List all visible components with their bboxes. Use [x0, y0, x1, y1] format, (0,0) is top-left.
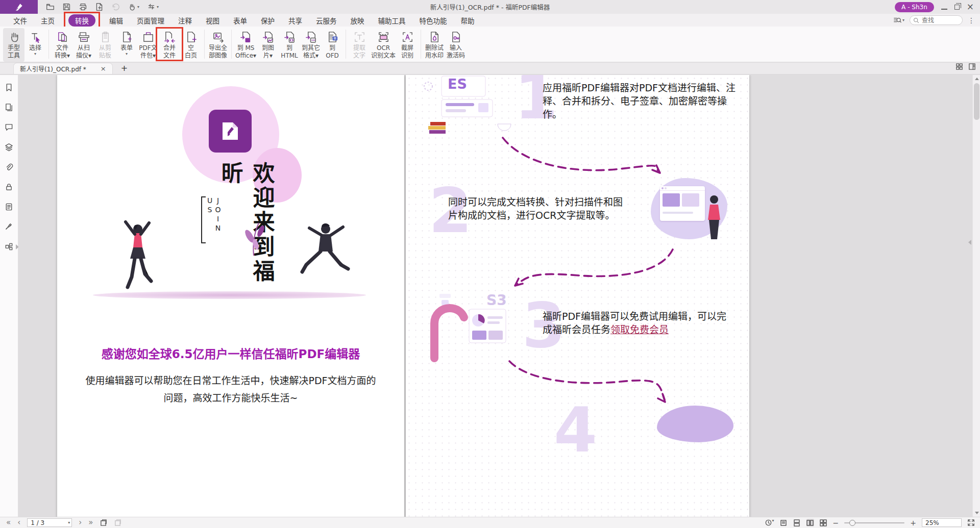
tab-cloud-service[interactable]: 云服务	[316, 15, 337, 26]
hand-tool-button[interactable]: 手型工具	[3, 28, 24, 62]
intro-line-2: 问题，高效工作方能快乐生活~	[57, 389, 404, 407]
intro-line-1: 使用编辑器可以帮助您在日常工作生活中，快速解决PDF文档方面的	[57, 372, 404, 389]
tab-protect[interactable]: 保护	[261, 15, 275, 26]
tab-special-features[interactable]: 特色功能	[420, 15, 447, 26]
signatures-panel-icon[interactable]	[5, 222, 13, 233]
zoom-slider-knob[interactable]	[849, 520, 855, 526]
pdf-page-1-left: 欢迎来到福昕 JOIN US 感谢您如全球6.5亿用户一样信任福昕PDF编辑器 …	[57, 75, 404, 517]
tab-convert-active[interactable]: 转换	[68, 14, 95, 27]
tab-accessibility-tools[interactable]: 辅助工具	[378, 15, 406, 26]
bookmarks-panel-icon[interactable]	[5, 83, 13, 94]
pdf-portfolio-button[interactable]: PDF文件包▾	[137, 28, 159, 62]
minimize-button[interactable]	[941, 2, 947, 12]
snapshot-icon[interactable]	[100, 519, 107, 526]
continuous-view-button[interactable]	[793, 519, 801, 526]
print-button[interactable]	[79, 3, 87, 11]
share-panel-icon[interactable]	[5, 242, 13, 253]
from-scanner-button[interactable]: 从扫描仪▾	[73, 28, 94, 62]
restore-button[interactable]	[954, 2, 960, 12]
rotate-view-button[interactable]: ▾	[765, 519, 774, 526]
clipboard-paste-icon	[114, 519, 121, 526]
caret-down-icon: ▾	[772, 519, 774, 526]
first-page-button[interactable]: «	[6, 519, 11, 526]
undo-button[interactable]	[111, 3, 120, 11]
user-account-badge[interactable]: A - Sh3n	[895, 2, 934, 12]
quick-access-toolbar: ▾ ▾	[46, 3, 159, 11]
zoom-out-button[interactable]: −	[833, 519, 839, 527]
hand-tool-quick-button[interactable]: ▾	[128, 3, 139, 11]
tab-close-icon[interactable]: ×	[101, 65, 106, 72]
remove-trial-watermark-button[interactable]: 删除试用水印	[424, 28, 445, 62]
tab-edit[interactable]: 编辑	[109, 15, 123, 26]
tab-slideshow[interactable]: 放映	[351, 15, 364, 26]
zoom-slider[interactable]	[844, 519, 904, 526]
join-us-vertical-label: JOIN US	[201, 196, 222, 243]
tab-view[interactable]: 视图	[206, 15, 219, 26]
search-mode-button[interactable]: ▾	[893, 16, 904, 24]
tab-page-management[interactable]: 页面管理	[137, 15, 164, 26]
layers-panel-icon[interactable]	[5, 143, 13, 154]
new-document-button[interactable]	[95, 3, 104, 11]
scrollbar-thumb[interactable]	[974, 83, 979, 120]
to-ms-office-button[interactable]: 到 MSOffice▾	[234, 28, 257, 62]
titlebar: ▾ ▾ 新人引导(1)_OCR.pdf * - 福昕PDF编辑器 A - Sh3…	[0, 0, 980, 14]
next-page-button[interactable]: ›	[79, 519, 82, 526]
enter-activation-code-button[interactable]: 输入激活码	[445, 28, 467, 62]
from-clipboard-button: 从剪贴板	[94, 28, 116, 62]
blank-page-button[interactable]: 空白页	[180, 28, 202, 62]
tab-form[interactable]: 表单	[233, 15, 247, 26]
scroll-up-icon[interactable]	[975, 78, 979, 80]
to-image-button[interactable]: 到图片▾	[257, 28, 279, 62]
comments-panel-icon[interactable]	[5, 123, 13, 134]
thumbnails-panel-icon[interactable]	[5, 103, 13, 114]
fullscreen-icon[interactable]	[967, 519, 975, 526]
page-indicator-input[interactable]	[27, 518, 72, 527]
tab-help[interactable]: 帮助	[461, 15, 475, 26]
articles-panel-icon[interactable]	[5, 203, 13, 213]
save-button[interactable]	[62, 3, 71, 11]
close-button[interactable]: ×	[967, 3, 974, 11]
export-images-icon	[212, 30, 225, 44]
zoom-value-input[interactable]	[922, 518, 962, 527]
export-all-images-button[interactable]: 导出全部图像	[207, 28, 229, 62]
document-canvas[interactable]: 欢迎来到福昕 JOIN US 感谢您如全球6.5亿用户一样信任福昕PDF编辑器 …	[18, 75, 972, 517]
document-tab[interactable]: 新人引导(1)_OCR.pdf * ×	[13, 63, 113, 74]
previous-page-button[interactable]: ‹	[17, 519, 20, 526]
screenshot-recognize-button[interactable]: 截屏识别	[397, 28, 418, 62]
tab-grid-view-icon[interactable]	[955, 63, 963, 72]
tab-comment[interactable]: 注释	[178, 15, 192, 26]
facing-view-button-active[interactable]	[806, 519, 814, 526]
scroll-down-icon[interactable]	[975, 512, 979, 514]
form-button[interactable]: 表单▾	[116, 28, 137, 62]
content-area: 欢迎来到福昕 JOIN US 感谢您如全球6.5亿用户一样信任福昕PDF编辑器 …	[0, 75, 980, 517]
tab-file[interactable]: 文件	[13, 15, 27, 26]
open-button[interactable]	[46, 3, 55, 11]
ocr-recognize-button[interactable]: OCR识别文本	[370, 28, 397, 62]
caret-down-icon[interactable]: ▾	[68, 521, 70, 525]
tab-layout-icon[interactable]	[968, 63, 976, 72]
merge-files-button[interactable]: 合并文件	[159, 28, 180, 62]
to-ofd-button[interactable]: 到OFD	[322, 28, 343, 62]
zoom-in-button[interactable]: +	[910, 519, 916, 527]
vertical-scrollbar[interactable]	[972, 75, 980, 517]
attachments-panel-icon[interactable]	[5, 163, 13, 173]
customize-toolbar-button[interactable]: ▾	[147, 3, 159, 11]
tab-home[interactable]: 主页	[41, 15, 55, 26]
right-panel-collapse-handle[interactable]	[968, 240, 971, 245]
to-other-formats-button[interactable]: 到其它格式▾	[300, 28, 322, 62]
security-panel-icon[interactable]	[5, 183, 13, 193]
left-sidebar	[0, 75, 18, 517]
select-tool-button[interactable]: 选择▾	[24, 28, 46, 62]
to-html-button[interactable]: 到HTML	[279, 28, 300, 62]
new-tab-button[interactable]: +	[121, 63, 128, 73]
claim-free-membership-link[interactable]: 领取免费会员	[610, 324, 669, 335]
tab-share[interactable]: 共享	[288, 15, 302, 26]
last-page-button[interactable]: »	[88, 519, 93, 526]
search-icon	[913, 17, 919, 23]
more-options-icon[interactable]: ⋮	[968, 16, 975, 24]
single-page-view-button[interactable]	[780, 519, 788, 526]
titlebar-controls: A - Sh3n ×	[895, 2, 980, 12]
facing-continuous-view-button[interactable]	[820, 519, 827, 526]
merge-files-icon	[163, 30, 176, 44]
file-convert-button[interactable]: 文件转换▾	[52, 28, 73, 62]
